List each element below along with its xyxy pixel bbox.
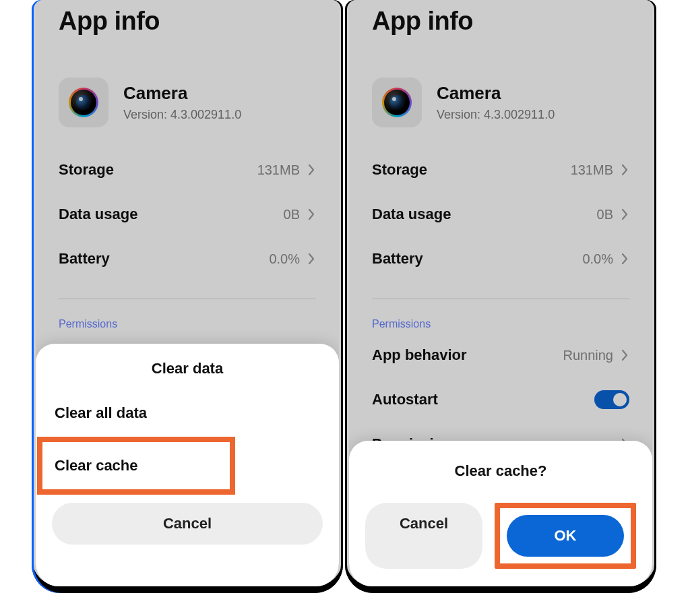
divider: [59, 299, 316, 299]
row-battery[interactable]: Battery 0.0%: [372, 237, 629, 281]
row-data-usage-label: Data usage: [372, 206, 451, 223]
chevron-right-icon: [620, 164, 629, 176]
page-title: App info: [372, 0, 629, 36]
app-version: Version: 4.3.002911.0: [437, 108, 555, 122]
screen-right: App info Camera Version: 4.3.002911.0 St…: [349, 0, 652, 586]
clear-cache-highlight: Clear cache: [37, 437, 235, 495]
row-storage-value: 131MB: [571, 162, 629, 178]
camera-app-icon: [59, 78, 108, 127]
clear-cache-confirm-sheet: Clear cache? Cancel OK: [349, 441, 652, 586]
chevron-right-icon: [307, 164, 316, 176]
phone-right: App info Camera Version: 4.3.002911.0 St…: [345, 0, 656, 593]
row-data-usage[interactable]: Data usage 0B: [372, 192, 629, 237]
clear-cache-option[interactable]: Clear cache: [42, 442, 230, 489]
clear-data-title: Clear data: [52, 360, 323, 377]
chevron-right-icon: [307, 208, 316, 220]
app-header-row: Camera Version: 4.3.002911.0: [372, 78, 629, 127]
row-autostart[interactable]: Autostart: [372, 377, 629, 422]
app-version: Version: 4.3.002911.0: [123, 108, 241, 122]
app-name: Camera: [437, 83, 555, 104]
row-storage[interactable]: Storage 131MB: [372, 148, 629, 192]
camera-app-icon: [372, 78, 422, 127]
permissions-heading: Permissions: [372, 318, 629, 330]
app-name: Camera: [123, 83, 241, 104]
row-data-usage[interactable]: Data usage 0B: [59, 192, 316, 237]
camera-lens-icon: [69, 88, 98, 117]
screen-left: App info Camera Version: 4.3.002911.0 St…: [36, 0, 339, 586]
app-meta: Camera Version: 4.3.002911.0: [437, 83, 555, 122]
page-title: App info: [59, 0, 316, 36]
row-app-behavior[interactable]: App behavior Running: [372, 333, 629, 377]
row-battery-value: 0.0%: [582, 251, 629, 267]
row-data-usage-value: 0B: [597, 207, 629, 222]
divider: [372, 299, 629, 299]
clear-cache-confirm-title: Clear cache?: [365, 462, 636, 480]
app-meta: Camera Version: 4.3.002911.0: [123, 83, 241, 122]
phone-left: App info Camera Version: 4.3.002911.0 St…: [32, 0, 343, 593]
chevron-right-icon: [307, 253, 316, 265]
row-storage[interactable]: Storage 131MB: [59, 148, 316, 192]
row-storage-value: 131MB: [257, 162, 316, 178]
row-app-behavior-value: Running: [563, 348, 629, 363]
app-header-row: Camera Version: 4.3.002911.0: [59, 78, 316, 127]
clear-data-sheet: Clear data Clear all data Clear cache Ca…: [36, 344, 339, 586]
row-autostart-label: Autostart: [372, 391, 438, 408]
row-battery-label: Battery: [59, 250, 110, 268]
autostart-toggle[interactable]: [594, 390, 629, 409]
row-battery-value: 0.0%: [269, 251, 316, 267]
permissions-heading: Permissions: [59, 318, 316, 330]
chevron-right-icon: [620, 253, 629, 265]
stage: App info Camera Version: 4.3.002911.0 St…: [0, 0, 690, 616]
row-battery-label: Battery: [372, 250, 423, 268]
row-data-usage-label: Data usage: [59, 206, 137, 223]
ok-button[interactable]: OK: [507, 515, 624, 557]
ok-highlight: OK: [495, 503, 636, 569]
row-storage-label: Storage: [59, 161, 114, 179]
chevron-right-icon: [620, 349, 629, 361]
row-app-behavior-label: App behavior: [372, 346, 467, 364]
row-battery[interactable]: Battery 0.0%: [59, 237, 316, 281]
chevron-right-icon: [620, 208, 629, 220]
row-data-usage-value: 0B: [284, 207, 316, 222]
cancel-button[interactable]: Cancel: [52, 503, 323, 545]
confirm-button-row: Cancel OK: [365, 503, 636, 569]
camera-lens-icon: [382, 88, 412, 117]
row-storage-label: Storage: [372, 161, 427, 179]
cancel-button[interactable]: Cancel: [365, 503, 482, 569]
clear-all-data-option[interactable]: Clear all data: [52, 390, 323, 437]
